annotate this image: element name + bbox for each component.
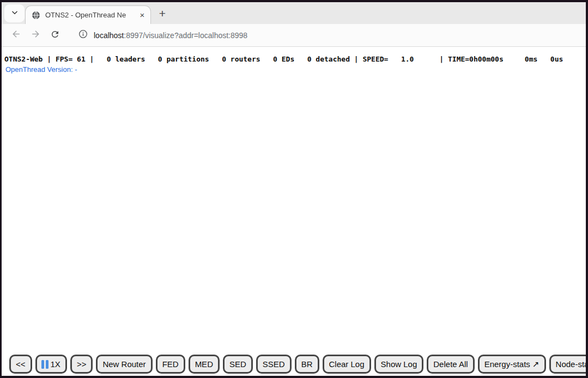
button-label: 1X [51, 359, 60, 369]
med-button[interactable]: MED [189, 355, 220, 374]
bottom-toolbar: <<1X>>New RouterFEDMEDSEDSSEDBRClear Log… [9, 355, 586, 374]
tab-search-button[interactable] [4, 4, 25, 22]
tab-close-icon[interactable]: × [137, 10, 147, 20]
step-back-button[interactable]: << [9, 355, 32, 374]
address-bar: localhost:8997/visualize?addr=localhost:… [2, 24, 586, 47]
button-label: FED [162, 359, 179, 369]
otns-visualizer-canvas: OTNS2-Web | FPS= 61 | 0 leaders 0 partit… [2, 47, 586, 376]
tab-title: OTNS2 - OpenThread Ne [45, 11, 137, 19]
new-tab-button[interactable]: + [155, 7, 169, 21]
button-label: Delete All [433, 359, 468, 369]
arrow-right-icon [31, 29, 41, 41]
info-circle-icon [78, 29, 88, 41]
simulation-status-line: OTNS2-Web | FPS= 61 | 0 leaders 0 partit… [2, 47, 586, 63]
forward-button[interactable] [28, 28, 43, 43]
button-label: Show Log [381, 359, 417, 369]
ssed-button[interactable]: SSED [256, 355, 292, 374]
globe-favicon-icon [32, 11, 40, 20]
button-label: << [16, 359, 26, 369]
browser-tab[interactable]: OTNS2 - OpenThread Ne × [25, 5, 151, 24]
url-path: :8997/visualize?addr=localhost:8998 [124, 31, 247, 40]
back-button[interactable] [8, 28, 23, 43]
br-button[interactable]: BR [295, 355, 319, 374]
clear-log-button[interactable]: Clear Log [323, 355, 371, 374]
reload-icon [50, 29, 60, 41]
energy-stats-button[interactable]: Energy-stats ↗ [478, 355, 546, 374]
show-log-button[interactable]: Show Log [374, 355, 424, 374]
openthread-version-link[interactable]: OpenThread Version: - [5, 65, 77, 74]
tab-strip: OTNS2 - OpenThread Ne × + [2, 2, 586, 24]
sed-button[interactable]: SED [223, 355, 253, 374]
site-info-button[interactable] [75, 28, 90, 43]
button-label: >> [77, 359, 87, 369]
step-forward-button[interactable]: >> [70, 355, 93, 374]
node-stats-button[interactable]: Node-stats ↗ [549, 355, 588, 374]
button-label: Energy-stats ↗ [484, 359, 539, 369]
button-label: Node-stats ↗ [556, 359, 588, 369]
fed-button[interactable]: FED [156, 355, 185, 374]
button-label: SED [229, 359, 246, 369]
button-label: BR [301, 359, 313, 369]
chevron-down-icon [11, 9, 19, 19]
browser-window: OTNS2 - OpenThread Ne × + [0, 0, 588, 378]
url-field[interactable]: localhost:8997/visualize?addr=localhost:… [94, 31, 247, 40]
arrow-left-icon [11, 29, 21, 41]
delete-all-button[interactable]: Delete All [427, 355, 474, 374]
button-label: SSED [263, 359, 285, 369]
speed-button[interactable]: 1X [35, 355, 67, 374]
reload-button[interactable] [47, 28, 63, 43]
button-label: New Router [102, 359, 146, 369]
new-router-button[interactable]: New Router [96, 355, 152, 374]
pause-icon [41, 360, 49, 369]
button-label: Clear Log [329, 359, 365, 369]
button-label: MED [195, 359, 213, 369]
url-host: localhost [94, 31, 124, 40]
